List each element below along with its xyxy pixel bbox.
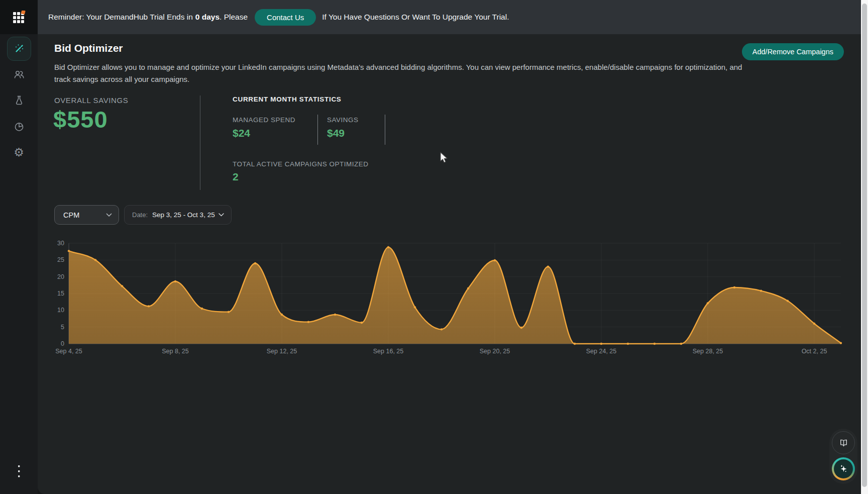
pie-chart-icon bbox=[13, 121, 25, 133]
documentation-button[interactable] bbox=[832, 431, 855, 454]
users-icon bbox=[13, 68, 25, 80]
book-icon bbox=[838, 437, 849, 449]
page-scrollbar[interactable] bbox=[861, 0, 868, 494]
magic-wand-icon bbox=[13, 42, 26, 55]
sidebar-item-experiments[interactable] bbox=[7, 88, 31, 113]
svg-text:Sep 16, 25: Sep 16, 25 bbox=[373, 348, 404, 355]
sidebar-more-menu[interactable] bbox=[12, 463, 27, 480]
kebab-menu-icon bbox=[18, 465, 21, 478]
date-range-dropdown[interactable]: Date: Sep 3, 25 - Oct 3, 25 bbox=[124, 205, 232, 225]
savings-value: $49 bbox=[327, 127, 345, 139]
cpm-area-chart[interactable]: 051015202530Sep 4, 25Sep 8, 25Sep 12, 25… bbox=[45, 236, 859, 363]
sidebar: ⚙ bbox=[0, 0, 38, 494]
stats-divider bbox=[317, 115, 318, 145]
svg-text:10: 10 bbox=[57, 307, 64, 314]
svg-text:Sep 8, 25: Sep 8, 25 bbox=[162, 348, 189, 355]
ai-assistant-button[interactable] bbox=[832, 457, 855, 480]
total-active-campaigns-label: TOTAL ACTIVE CAMPAIGNS OPTIMIZED bbox=[233, 160, 369, 168]
metric-dropdown[interactable]: CPM bbox=[54, 205, 119, 225]
svg-text:15: 15 bbox=[57, 290, 64, 297]
sidebar-item-audiences[interactable] bbox=[7, 62, 31, 86]
trial-banner: Reminder: Your DemandHub Trial Ends in 0… bbox=[38, 0, 861, 34]
sidebar-item-analytics[interactable] bbox=[7, 115, 31, 139]
svg-text:25: 25 bbox=[57, 256, 64, 263]
page-description: Bid Optimizer allows you to manage and o… bbox=[54, 61, 747, 85]
stats-divider bbox=[200, 95, 200, 190]
svg-text:Sep 24, 25: Sep 24, 25 bbox=[586, 348, 617, 355]
managed-spend-value: $24 bbox=[233, 127, 250, 139]
banner-text-after: If You Have Questions Or Want To Upgrade… bbox=[322, 13, 509, 22]
sidebar-item-bid-optimizer[interactable] bbox=[7, 37, 31, 61]
svg-text:5: 5 bbox=[61, 324, 64, 331]
date-range-label: Date: bbox=[132, 211, 148, 219]
sidebar-item-settings[interactable]: ⚙ bbox=[7, 140, 31, 164]
banner-text-before: Reminder: Your DemandHub Trial Ends in bbox=[48, 13, 193, 22]
sparkles-icon bbox=[838, 463, 849, 474]
contact-us-button[interactable]: Contact Us bbox=[255, 9, 316, 26]
current-month-statistics-title: CURRENT MONTH STATISTICS bbox=[233, 95, 342, 103]
svg-text:Sep 4, 25: Sep 4, 25 bbox=[55, 348, 82, 355]
svg-text:Sep 12, 25: Sep 12, 25 bbox=[267, 348, 297, 355]
svg-text:Sep 20, 25: Sep 20, 25 bbox=[480, 348, 510, 355]
flask-icon bbox=[13, 94, 25, 107]
savings-label: SAVINGS bbox=[327, 116, 359, 124]
svg-text:20: 20 bbox=[57, 273, 64, 280]
svg-text:Oct 2, 25: Oct 2, 25 bbox=[802, 348, 827, 355]
managed-spend-label: MANAGED SPEND bbox=[233, 116, 295, 124]
banner-text-mid: . Please bbox=[220, 13, 248, 22]
chevron-down-icon bbox=[106, 213, 112, 217]
overall-savings-value: $550 bbox=[53, 106, 108, 133]
gear-icon: ⚙ bbox=[14, 147, 24, 158]
main-content: Bid Optimizer Add/Remove Campaigns Bid O… bbox=[38, 34, 861, 494]
app-switcher-button[interactable] bbox=[0, 0, 38, 34]
stats-divider bbox=[385, 115, 385, 145]
banner-days-left: 0 days bbox=[195, 13, 220, 22]
metric-dropdown-value: CPM bbox=[63, 211, 79, 219]
app-grid-icon bbox=[12, 11, 26, 24]
floating-actions bbox=[829, 429, 857, 484]
svg-text:Sep 28, 25: Sep 28, 25 bbox=[693, 348, 723, 355]
chevron-down-icon bbox=[219, 213, 224, 217]
date-range-value: Sep 3, 25 - Oct 3, 25 bbox=[152, 211, 215, 219]
page-title: Bid Optimizer bbox=[54, 42, 123, 54]
scrollbar-thumb[interactable] bbox=[862, 4, 867, 487]
svg-text:0: 0 bbox=[61, 340, 64, 347]
svg-text:30: 30 bbox=[57, 240, 64, 247]
overall-savings-label: OVERALL SAVINGS bbox=[54, 96, 128, 105]
add-remove-campaigns-button[interactable]: Add/Remove Campaigns bbox=[742, 43, 844, 60]
total-active-campaigns-value: 2 bbox=[233, 171, 239, 183]
